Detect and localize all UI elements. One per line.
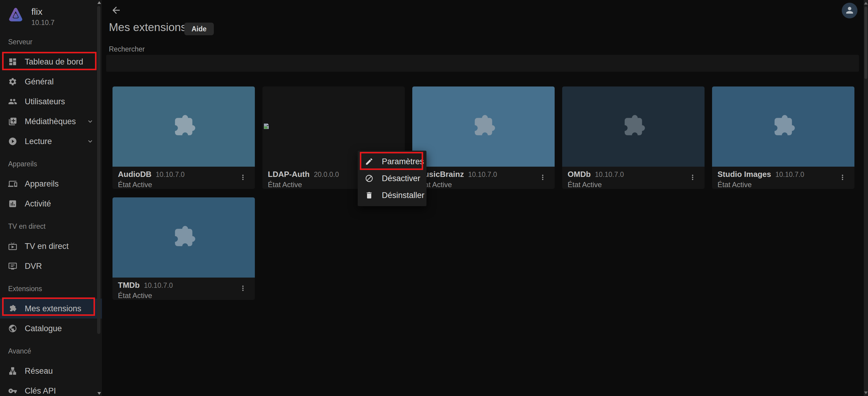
search-label: Rechercher xyxy=(109,45,145,53)
plugin-card-audiodb[interactable]: AudioDB10.10.7.0État Active xyxy=(113,87,255,189)
sidebar-section-label: Extensions xyxy=(8,285,102,293)
back-button[interactable] xyxy=(110,4,122,17)
sidebar-item-network[interactable]: Réseau xyxy=(0,361,102,381)
jellyfin-logo-icon xyxy=(8,6,24,24)
plugin-card-footer: MusicBrainz10.10.7.0État Active xyxy=(412,167,555,189)
plugin-context-menu: ParamètresDésactiverDésinstaller xyxy=(358,151,427,206)
plugin-card-footer: TMDb10.10.7.0État Active xyxy=(113,277,255,300)
sidebar-item-api-keys[interactable]: Clés API xyxy=(0,381,102,396)
dvr-icon xyxy=(8,261,18,271)
sidebar-item-dvr[interactable]: DVR xyxy=(0,256,102,276)
plugin-status: État Active xyxy=(418,180,549,189)
block-icon xyxy=(365,174,373,183)
sidebar-item-catalog[interactable]: Catalogue xyxy=(0,319,102,338)
menu-item-uninstall[interactable]: Désinstaller xyxy=(358,187,427,204)
plugin-card-image xyxy=(113,197,255,277)
kebab-icon xyxy=(688,173,697,182)
menu-item-label: Paramètres xyxy=(382,157,424,166)
plugin-menu-button[interactable] xyxy=(686,171,699,185)
dashboard-icon xyxy=(8,57,18,67)
sidebar-section-label: Appareils xyxy=(8,160,102,168)
sidebar-item-livetv[interactable]: TV en direct xyxy=(0,236,102,256)
devices-icon xyxy=(8,179,18,189)
plugin-card-musicbrainz[interactable]: MusicBrainz10.10.7.0État Active xyxy=(412,87,555,189)
sidebar-item-playback[interactable]: Lecture xyxy=(0,131,102,151)
server-version: 10.10.7 xyxy=(31,19,55,27)
network-icon xyxy=(8,366,18,376)
plugin-card-image xyxy=(113,87,255,167)
plugin-version: 10.10.7.0 xyxy=(775,171,804,179)
plugin-menu-button[interactable] xyxy=(536,171,549,185)
user-avatar-button[interactable] xyxy=(842,3,858,19)
sidebar-item-dashboard[interactable]: Tableau de bord xyxy=(0,52,102,72)
search-input[interactable] xyxy=(106,55,859,72)
plugin-menu-button[interactable] xyxy=(236,282,249,296)
puzzle-icon xyxy=(169,223,198,252)
sidebar-item-label: Appareils xyxy=(25,179,59,189)
plugin-name: AudioDB xyxy=(118,170,151,179)
plugin-card-omdb[interactable]: OMDb10.10.7.0État Active xyxy=(562,87,705,189)
menu-item-label: Désinstaller xyxy=(382,191,424,200)
page-scrollbar[interactable] xyxy=(864,0,868,396)
sidebar-sections: ServeurTableau de bordGénéralUtilisateur… xyxy=(0,38,102,396)
sidebar-item-label: Lecture xyxy=(25,137,52,146)
page-scrollbar-thumb[interactable] xyxy=(864,7,867,79)
plugin-version: 10.10.7.0 xyxy=(595,171,624,179)
plugin-status: État Active xyxy=(118,180,249,189)
sidebar-item-activity[interactable]: Activité xyxy=(0,194,102,214)
plugin-grid: AudioDB10.10.7.0État ActiveLDAP-Auth20.0… xyxy=(113,87,858,300)
plugin-menu-button[interactable] xyxy=(236,171,249,185)
puzzle-icon xyxy=(8,304,18,314)
back-arrow-icon xyxy=(111,5,122,16)
trash-icon xyxy=(365,191,373,199)
menu-item-disable[interactable]: Désactiver xyxy=(358,170,427,187)
sidebar-item-general[interactable]: Général xyxy=(0,72,102,92)
activity-icon xyxy=(8,199,18,208)
plugin-menu-button[interactable] xyxy=(836,171,849,185)
puzzle-icon xyxy=(619,112,648,141)
globe-icon xyxy=(8,324,18,333)
scrollbar-up-icon[interactable] xyxy=(864,2,868,4)
chevron-down-icon xyxy=(86,118,94,125)
plugin-version: 10.10.7.0 xyxy=(144,282,173,290)
plugin-card-footer: AudioDB10.10.7.0État Active xyxy=(113,167,255,189)
person-icon xyxy=(844,5,855,16)
users-icon xyxy=(8,97,18,106)
sidebar-item-label: Tableau de bord xyxy=(25,57,83,67)
sidebar-item-users[interactable]: Utilisateurs xyxy=(0,92,102,111)
plugin-status: État Active xyxy=(118,291,249,300)
plugin-card-footer: Studio Images10.10.7.0État Active xyxy=(712,167,855,189)
help-button[interactable]: Aide xyxy=(184,23,214,35)
sidebar-item-label: DVR xyxy=(25,262,42,271)
menu-item-label: Désactiver xyxy=(382,174,421,183)
plugin-card-image xyxy=(562,87,705,167)
plugin-version: 10.10.7.0 xyxy=(468,171,497,179)
sidebar-item-label: Mes extensions xyxy=(25,304,82,314)
sidebar-item-libraries[interactable]: Médiathèques xyxy=(0,111,102,131)
key-icon xyxy=(8,386,18,396)
sidebar-item-devices[interactable]: Appareils xyxy=(0,174,102,194)
sidebar-item-label: Utilisateurs xyxy=(25,97,65,106)
sidebar-item-my-plugins[interactable]: Mes extensions xyxy=(0,299,102,319)
menu-item-settings[interactable]: Paramètres xyxy=(358,153,427,170)
kebab-icon xyxy=(239,284,247,293)
server-name: flix xyxy=(31,6,55,18)
plugin-card-image xyxy=(712,87,855,167)
sidebar-scrollbar-thumb[interactable] xyxy=(97,6,100,334)
sidebar-scrollbar-down-icon[interactable] xyxy=(97,392,101,395)
server-header[interactable]: flix 10.10.7 xyxy=(0,0,102,29)
live-tv-icon xyxy=(8,241,18,251)
library-icon xyxy=(8,117,18,126)
plugin-version: 10.10.7.0 xyxy=(156,171,185,179)
puzzle-icon xyxy=(169,112,198,141)
scrollbar-down-icon[interactable] xyxy=(864,392,868,394)
plugin-card-studio-images[interactable]: Studio Images10.10.7.0État Active xyxy=(712,87,855,189)
sidebar-item-label: Activité xyxy=(25,199,51,208)
puzzle-icon xyxy=(469,112,498,141)
plugin-name: OMDb xyxy=(568,170,591,179)
sidebar-item-label: Médiathèques xyxy=(25,117,76,126)
sidebar-scrollbar-up-icon[interactable] xyxy=(97,1,101,4)
kebab-icon xyxy=(239,173,247,182)
plugin-card-tmdb[interactable]: TMDb10.10.7.0État Active xyxy=(113,197,255,300)
jellyfin-dashboard: flix 10.10.7 ServeurTableau de bordGénér… xyxy=(0,0,868,396)
